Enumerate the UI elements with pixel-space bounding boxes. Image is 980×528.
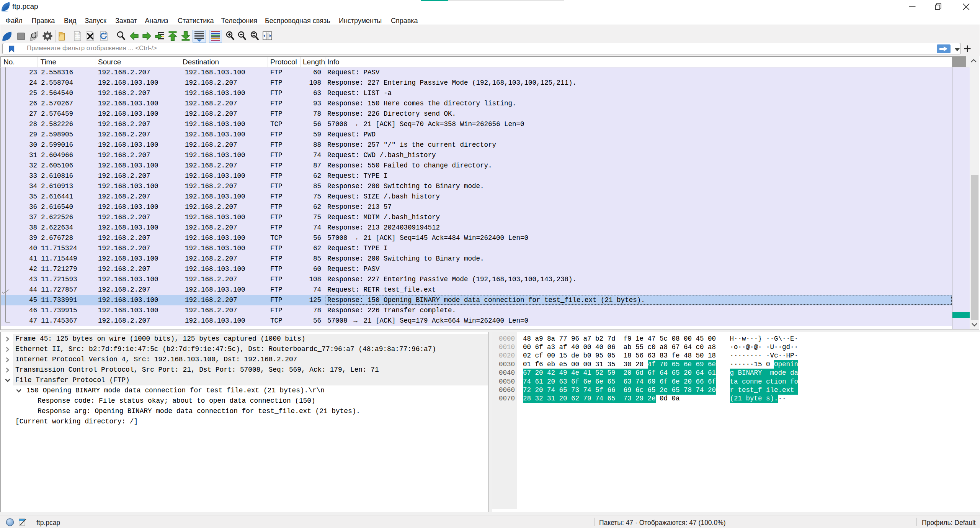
svg-text:0101: 0101 bbox=[75, 38, 80, 40]
